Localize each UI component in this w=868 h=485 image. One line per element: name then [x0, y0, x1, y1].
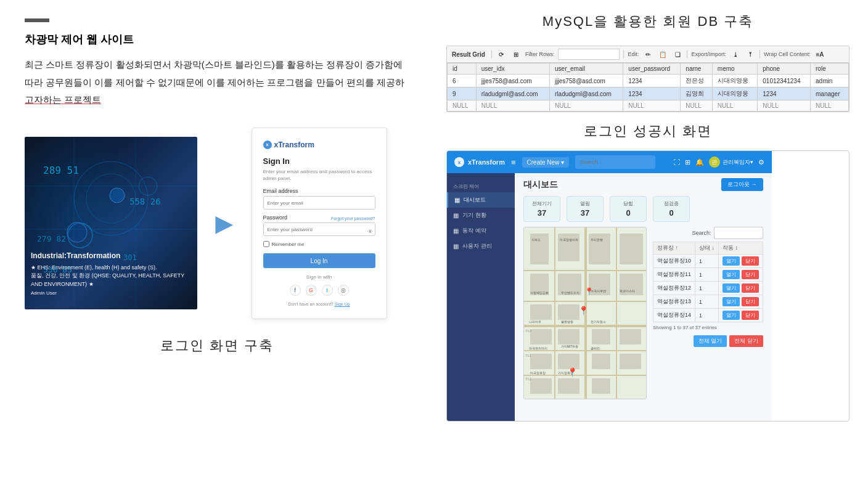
- stat-value-total: 37: [531, 208, 552, 218]
- remember-checkbox[interactable]: [263, 241, 269, 247]
- open-button-14[interactable]: 열기: [723, 311, 740, 320]
- login-section-title: 로그인 화면 구축: [160, 336, 274, 355]
- stat-value-maintenance: 0: [661, 208, 682, 218]
- tech-image: 289 51 558 26 279 82 536 85 301 Industri…: [25, 137, 197, 309]
- sign-in-with-label: Sign In with: [263, 274, 375, 280]
- page-title: 차광막 제어 웹 사이트: [25, 32, 409, 47]
- station-actions: 열기 닫기: [719, 268, 763, 282]
- station-actions: 열기 닫기: [719, 255, 763, 268]
- cell-user-idx-1: jjjes758@asd.com: [476, 75, 549, 88]
- settings-icon[interactable]: ⚙: [758, 158, 764, 166]
- sidebar-item-devices[interactable]: ▦ 기기 현황: [447, 208, 515, 223]
- sidebar-item-dashboard[interactable]: ▦ 대시보드: [447, 192, 515, 208]
- svg-rect-42: [530, 378, 552, 394]
- close-button-10[interactable]: 닫기: [742, 256, 759, 266]
- col-status: 상태 ↓: [695, 242, 719, 255]
- google-icon[interactable]: G: [306, 285, 317, 296]
- svg-rect-35: [558, 329, 579, 344]
- table-search-label: Search:: [692, 230, 711, 236]
- toolbar-filter-btn[interactable]: ⊞: [510, 49, 522, 60]
- table-footer: Showing 1 to 37 of 37 entries: [653, 322, 763, 333]
- svg-point-12: [139, 177, 157, 195]
- svg-text:279 82: 279 82: [37, 234, 66, 243]
- stat-label-closed: 닫힘: [618, 200, 639, 207]
- login-form-panel: x xTransform Sign In Enter your email ad…: [252, 128, 387, 319]
- svg-rect-36: [592, 329, 610, 344]
- toolbar-divider-4: [760, 50, 760, 59]
- twitter-icon[interactable]: t: [322, 285, 333, 296]
- user-menu[interactable]: 관 관리복임자▾: [709, 157, 753, 168]
- edit-btn-1[interactable]: ✏: [642, 49, 653, 60]
- login-success-title: 로그인 성공시 화면: [446, 122, 850, 141]
- hamburger-menu-icon[interactable]: ≡: [511, 158, 516, 167]
- grid-view-icon[interactable]: ⊞: [685, 158, 690, 166]
- forgot-password-link[interactable]: Forgot your password?: [331, 216, 375, 221]
- svg-rect-34: [530, 329, 552, 344]
- col-user-idx: user_idx: [476, 63, 549, 75]
- sidebar-section-label: 스크린 제어: [447, 179, 515, 192]
- header-search: [575, 155, 666, 169]
- password-wrap: 👁: [263, 222, 375, 241]
- wrap-btn[interactable]: ≡A: [814, 49, 825, 60]
- station-name: 역설정류장12: [653, 282, 695, 295]
- sidebar-label-devices: 기기 현황: [462, 211, 486, 219]
- section-description: 최근 스마트 정류장이 활성화되면서 차광막(스마트 블라인드)를 활용하는 정…: [25, 56, 409, 109]
- xt-header: x xTransform ≡ Create New ▾ ⛶ ⊞ 🔔 관: [447, 151, 772, 173]
- col-id: id: [448, 63, 477, 75]
- other-social-icon[interactable]: ◎: [338, 285, 349, 296]
- col-memo: memo: [712, 63, 757, 75]
- station-status: 1: [695, 309, 719, 322]
- svg-text:711: 711: [525, 354, 532, 357]
- logout-button[interactable]: 로그아웃 →: [721, 178, 763, 191]
- toolbar-divider-1: [491, 50, 492, 59]
- remember-label: Remember me: [272, 242, 305, 247]
- create-new-button[interactable]: Create New ▾: [522, 157, 570, 168]
- signup-link-text[interactable]: Sign Up: [335, 302, 350, 306]
- password-input[interactable]: [263, 222, 375, 236]
- edit-btn-3[interactable]: ❑: [672, 49, 683, 60]
- open-button-13[interactable]: 열기: [723, 297, 740, 306]
- facebook-icon[interactable]: f: [290, 285, 301, 296]
- station-status: 1: [695, 295, 719, 309]
- export-btn-2[interactable]: ⤒: [745, 49, 756, 60]
- bulk-open-button[interactable]: 전체 열기: [694, 335, 727, 347]
- xt-main: 대시보드 로그아웃 → 전체기기 37 열림 37: [515, 173, 772, 421]
- sidebar-label-schedule: 동작 예약: [462, 227, 486, 235]
- sidebar-item-schedule[interactable]: ▦ 동작 예약: [447, 223, 515, 238]
- open-button-11[interactable]: 열기: [723, 270, 740, 279]
- eye-icon[interactable]: 👁: [367, 229, 373, 235]
- mysql-grid: Result Grid ⟳ ⊞ Filter Rows: Edit: ✏ 📋 ❑…: [446, 46, 850, 112]
- svg-text:지하도: 지하도: [531, 238, 541, 242]
- login-button[interactable]: Log In: [263, 253, 375, 268]
- cell-name-2: 김영희: [681, 88, 713, 100]
- notification-icon[interactable]: 🔔: [695, 158, 704, 166]
- svg-text:사랑제단교회: 사랑제단교회: [530, 291, 549, 295]
- bulk-close-button[interactable]: 전체 닫기: [729, 335, 763, 347]
- stat-label-maintenance: 점검중: [661, 200, 682, 207]
- remember-row: Remember me: [263, 241, 375, 247]
- open-button-12[interactable]: 열기: [723, 283, 740, 293]
- toolbar-refresh-btn[interactable]: ⟳: [496, 49, 507, 60]
- filter-input[interactable]: [558, 49, 620, 60]
- open-button-10[interactable]: 열기: [723, 256, 740, 266]
- station-actions: 열기 닫기: [719, 282, 763, 295]
- search-input[interactable]: [575, 155, 655, 169]
- dashboard-icon: ▦: [454, 197, 460, 203]
- close-button-14[interactable]: 닫기: [742, 311, 759, 320]
- sidebar-item-users[interactable]: ▦ 사용자 관리: [447, 238, 515, 254]
- schedule-icon: ▦: [453, 227, 459, 234]
- result-grid-label: Result Grid: [452, 51, 485, 58]
- col-role: role: [811, 63, 849, 75]
- svg-text:마국편의마리: 마국편의마리: [529, 346, 547, 350]
- stat-box-maintenance: 점검중 0: [653, 196, 690, 222]
- close-button-11[interactable]: 닫기: [742, 270, 759, 279]
- edit-btn-2[interactable]: 📋: [657, 49, 668, 60]
- fullscreen-icon[interactable]: ⛶: [673, 158, 680, 166]
- close-button-12[interactable]: 닫기: [742, 283, 759, 293]
- export-btn-1[interactable]: ⤓: [730, 49, 741, 60]
- grid-table: id user_idx user_email user_password nam…: [447, 63, 849, 112]
- table-search-input[interactable]: [714, 227, 763, 239]
- station-name: 역설정류장11: [653, 268, 695, 282]
- close-button-13[interactable]: 닫기: [742, 297, 759, 306]
- email-input[interactable]: [263, 196, 375, 210]
